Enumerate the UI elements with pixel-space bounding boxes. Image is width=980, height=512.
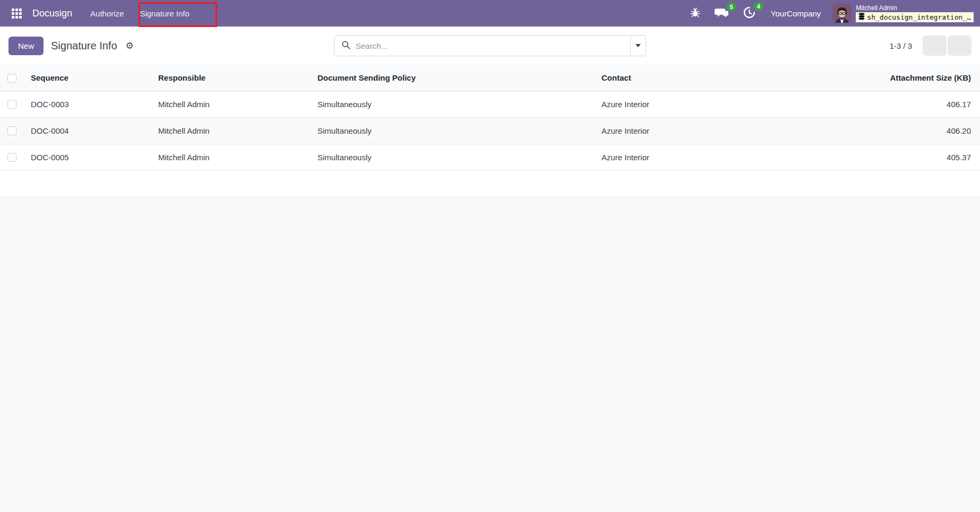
company-switcher[interactable]: YourCompany (771, 9, 821, 18)
cell-attachment-size[interactable]: 406.17 (863, 91, 980, 117)
row-select-cell (0, 91, 23, 117)
table-body: DOC-0003 Mitchell Admin Simultaneously A… (0, 91, 980, 170)
column-header-responsible[interactable]: Responsible (156, 65, 315, 91)
control-panel-right: 1-3 / 3 (646, 36, 972, 56)
records-table: Sequence Responsible Document Sending Po… (0, 65, 980, 171)
control-panel-left: New Signature Info ⚙ (8, 37, 334, 55)
user-info: Mitchell Admin sh_docusign_integration_… (856, 4, 974, 22)
apps-menu-button[interactable] (8, 5, 25, 22)
caret-down-icon (635, 44, 641, 47)
debug-button[interactable] (685, 5, 705, 22)
row-select-cell (0, 117, 23, 144)
cell-sequence[interactable]: DOC-0005 (23, 144, 156, 170)
pager-previous-button[interactable] (923, 36, 947, 56)
column-header-attachment-size[interactable]: Attachment Size (KB) (863, 65, 980, 91)
cell-attachment-size[interactable]: 406.20 (863, 117, 980, 144)
cell-policy[interactable]: Simultaneously (315, 91, 599, 117)
user-name: Mitchell Admin (856, 4, 897, 12)
search-bar (334, 35, 646, 56)
messages-button[interactable]: 5 (710, 4, 733, 23)
table-row[interactable]: DOC-0003 Mitchell Admin Simultaneously A… (0, 91, 980, 117)
cell-policy[interactable]: Simultaneously (315, 144, 599, 170)
database-badge: sh_docusign_integration_… (856, 12, 974, 22)
app-name[interactable]: Docusign (32, 8, 72, 19)
search-expand-button[interactable] (630, 36, 646, 56)
cell-responsible[interactable]: Mitchell Admin (156, 117, 315, 144)
page-title: Signature Info (51, 40, 117, 52)
search-main (334, 36, 630, 56)
table-footer-space (0, 171, 980, 197)
cell-sequence[interactable]: DOC-0003 (23, 91, 156, 117)
cell-contact[interactable]: Azure Interior (599, 91, 863, 117)
table-row[interactable]: DOC-0005 Mitchell Admin Simultaneously A… (0, 144, 980, 170)
cell-contact[interactable]: Azure Interior (599, 144, 863, 170)
pager-buttons (923, 36, 972, 56)
table-header-row: Sequence Responsible Document Sending Po… (0, 65, 980, 91)
cell-contact[interactable]: Azure Interior (599, 117, 863, 144)
navbar-left: Docusign Authorize Signature Info (8, 0, 196, 27)
control-panel: New Signature Info ⚙ 1-3 / 3 (0, 27, 980, 65)
database-icon (858, 13, 865, 22)
apps-grid-icon (12, 8, 22, 19)
activities-count-badge: 4 (754, 2, 763, 11)
column-header-sequence[interactable]: Sequence (23, 65, 156, 91)
gear-icon[interactable]: ⚙ (125, 40, 135, 51)
user-avatar (832, 4, 852, 23)
row-checkbox[interactable] (7, 153, 16, 162)
pager-next-button[interactable] (948, 36, 972, 56)
activities-button[interactable]: 4 (738, 4, 760, 23)
bug-icon (690, 7, 701, 20)
table-row[interactable]: DOC-0004 Mitchell Admin Simultaneously A… (0, 117, 980, 144)
column-header-policy[interactable]: Document Sending Policy (315, 65, 599, 91)
row-checkbox[interactable] (7, 126, 16, 135)
user-menu[interactable]: Mitchell Admin sh_docusign_integration_… (832, 4, 975, 23)
top-navbar: Docusign Authorize Signature Info (0, 0, 980, 27)
menu-item-signature-info[interactable]: Signature Info (133, 4, 195, 23)
pager-counter: 1-3 / 3 (889, 41, 912, 50)
cell-policy[interactable]: Simultaneously (315, 117, 599, 144)
select-all-checkbox[interactable] (7, 74, 16, 83)
new-button[interactable]: New (8, 37, 44, 55)
navbar-right: 5 4 YourCompany (685, 0, 975, 27)
database-name: sh_docusign_integration_… (867, 13, 971, 21)
row-checkbox[interactable] (7, 100, 16, 109)
cell-responsible[interactable]: Mitchell Admin (156, 91, 315, 117)
search-input[interactable] (356, 41, 623, 50)
search-icon (341, 40, 350, 51)
list-view: Sequence Responsible Document Sending Po… (0, 65, 980, 197)
select-all-cell (0, 65, 23, 91)
cell-sequence[interactable]: DOC-0004 (23, 117, 156, 144)
cell-responsible[interactable]: Mitchell Admin (156, 144, 315, 170)
row-select-cell (0, 144, 23, 170)
messages-count-badge: 5 (727, 2, 736, 12)
navbar-menu: Authorize Signature Info (84, 0, 196, 27)
column-header-contact[interactable]: Contact (599, 65, 863, 91)
menu-item-authorize[interactable]: Authorize (84, 4, 130, 23)
cell-attachment-size[interactable]: 405.37 (863, 144, 980, 170)
